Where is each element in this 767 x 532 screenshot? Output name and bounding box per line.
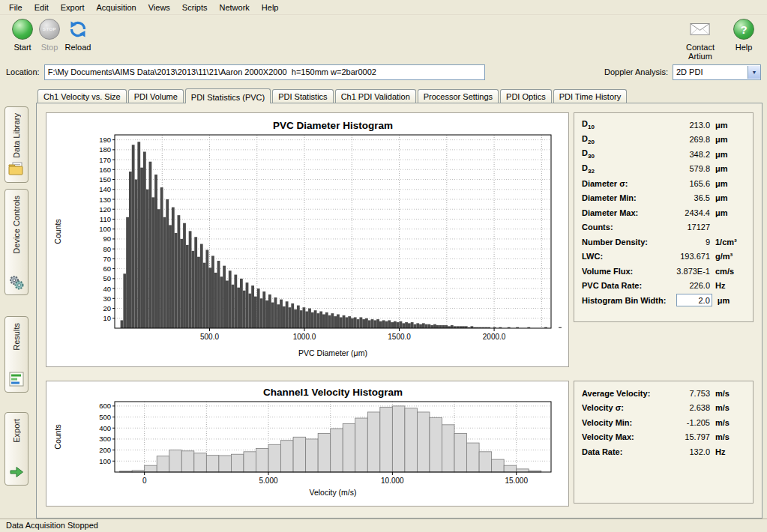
stat-label: D30 — [582, 148, 661, 160]
stat-value: 2434.4 — [661, 208, 710, 217]
main-panel: Ch1 Velocity vs. SizePDI VolumePDI Stati… — [36, 87, 763, 519]
svg-text:80: 80 — [103, 245, 111, 253]
sidebar-item-results[interactable]: Results — [4, 316, 28, 393]
stat-row: Counts:17127 — [574, 220, 753, 235]
help-button-label: Help — [727, 43, 760, 52]
stat-unit: m/s — [710, 403, 745, 412]
svg-text:10: 10 — [103, 314, 111, 322]
svg-text:100: 100 — [99, 457, 111, 465]
svg-text:Velocity (m/s): Velocity (m/s) — [309, 488, 356, 497]
svg-text:5.000: 5.000 — [259, 477, 278, 485]
stat-row: Number Density:91/cm³ — [574, 235, 753, 250]
menu-item-help[interactable]: Help — [256, 1, 285, 13]
stat-unit: μm — [710, 164, 745, 173]
pvc-diameter-histogram-panel: 1020304050607080901001101201301401501601… — [46, 112, 569, 367]
stat-value: 17127 — [661, 223, 710, 232]
stat-unit: m/s — [710, 389, 745, 398]
stat-label: PVC Data Rate: — [582, 281, 661, 290]
svg-text:2000.0: 2000.0 — [483, 333, 506, 341]
menu-item-file[interactable]: File — [3, 1, 28, 13]
svg-text:10.000: 10.000 — [381, 477, 404, 485]
contact-artium-button[interactable]: Contact Artium — [673, 18, 727, 61]
stat-label: Diameter Max: — [582, 208, 661, 217]
svg-text:500: 500 — [99, 413, 111, 421]
svg-text:130: 130 — [99, 196, 111, 204]
menu-item-acquisition[interactable]: Acquisition — [91, 1, 142, 13]
stat-value: 36.5 — [661, 193, 710, 202]
stat-label: Data Rate: — [582, 447, 661, 456]
svg-text:190: 190 — [99, 136, 111, 144]
sidebar-item-data-library[interactable]: Data Library — [4, 106, 28, 183]
menu-item-views[interactable]: Views — [142, 1, 176, 13]
stat-value: 3.873E-1 — [661, 267, 710, 276]
stat-unit: μm — [710, 135, 745, 144]
stat-row: Volume Flux:3.873E-1cm/s — [574, 264, 753, 279]
tab-pdi-volume[interactable]: PDI Volume — [128, 89, 184, 103]
svg-text:170: 170 — [99, 156, 111, 164]
doppler-analysis-select[interactable]: 2D PDI ▼ — [673, 64, 761, 80]
doppler-analysis-label: Doppler Analysis: — [604, 67, 668, 76]
stat-value: -1.205 — [661, 418, 710, 427]
doppler-analysis-value: 2D PDI — [673, 67, 748, 76]
stat-value: 193.671 — [661, 252, 710, 261]
sidebar-item-device-controls[interactable]: Device Controls — [4, 189, 28, 295]
pvc-statistics-panel: D10213.0μmD20269.8μmD30348.2μmD32579.8μm… — [574, 112, 754, 322]
contact-artium-label: Contact Artium — [673, 43, 727, 61]
stat-row: Average Velocity:7.753m/s — [574, 386, 753, 401]
histogram-bin-width-input[interactable] — [676, 294, 712, 306]
stat-label: Diameter σ: — [582, 179, 661, 188]
tab-pdi-statistics[interactable]: PDI Statistics — [272, 89, 333, 103]
stat-row: Diameter Min:36.5μm — [574, 191, 753, 206]
stat-row: Velocity σ:2.638m/s — [574, 401, 753, 416]
reload-button[interactable]: Reload — [57, 18, 99, 52]
svg-text:300: 300 — [99, 435, 111, 443]
svg-text:30: 30 — [103, 294, 111, 303]
menu-item-export[interactable]: Export — [55, 1, 91, 13]
stat-value — [666, 294, 712, 306]
stat-label: Average Velocity: — [582, 389, 661, 398]
tab-pdi-time-history[interactable]: PDI Time History — [553, 89, 628, 103]
stat-value: 213.0 — [661, 121, 710, 130]
stat-unit: μm — [710, 193, 745, 202]
results-chart-icon — [9, 372, 24, 388]
svg-text:40: 40 — [103, 285, 111, 293]
tab-processor-settings[interactable]: Processor Settings — [418, 89, 499, 103]
tab-ch1-pdi-validation[interactable]: Ch1 PDI Validation — [335, 89, 416, 103]
sidebar-item-label: Export — [12, 419, 21, 443]
tab-pdi-statistics-pvc[interactable]: PDI Statistics (PVC) — [185, 88, 271, 103]
menu-item-network[interactable]: Network — [213, 1, 255, 13]
help-button[interactable]: ? Help — [727, 18, 760, 52]
tab-pdi-optics[interactable]: PDI Optics — [500, 89, 552, 103]
stat-value: 132.0 — [661, 447, 710, 456]
stat-value: 165.6 — [661, 179, 710, 188]
stat-row: Velocity Max:15.797m/s — [574, 430, 753, 445]
svg-text:400: 400 — [99, 424, 111, 432]
stat-unit: m/s — [710, 418, 745, 427]
location-input[interactable] — [44, 64, 485, 80]
svg-text:50: 50 — [103, 274, 111, 282]
svg-text:200: 200 — [99, 446, 111, 454]
svg-text:100: 100 — [99, 225, 111, 233]
stat-value: 579.8 — [661, 164, 710, 173]
stat-row: PVC Data Rate:226.0Hz — [574, 279, 753, 294]
sidebar-item-export[interactable]: Export — [4, 412, 28, 486]
stat-unit: Hz — [710, 447, 745, 456]
stat-label: D32 — [582, 163, 661, 175]
velocity-histogram: 10020030040050060005.00010.00015.000Chan… — [49, 384, 562, 499]
stat-row: D32579.8μm — [574, 162, 753, 177]
menu-item-edit[interactable]: Edit — [28, 1, 55, 13]
svg-text:PVC Diameter Histogram: PVC Diameter Histogram — [273, 120, 393, 131]
tab-ch1-velocity-vs-size[interactable]: Ch1 Velocity vs. Size — [37, 89, 127, 103]
toolbar: Start STOP Stop Reload Contact Artium — [0, 15, 767, 61]
stat-row: Histogram Bin Width:μm — [574, 293, 753, 308]
stat-label: D10 — [582, 119, 661, 130]
stat-row: Diameter σ:165.6μm — [574, 176, 753, 191]
library-icon — [8, 162, 25, 178]
svg-text:Channel1 Velocity Histogram: Channel1 Velocity Histogram — [263, 387, 403, 398]
menu-item-scripts[interactable]: Scripts — [176, 1, 214, 13]
stat-row: D20269.8μm — [574, 133, 753, 148]
tab-content: 1020304050607080901001101201301401501601… — [36, 103, 763, 519]
velocity-histogram-panel: 10020030040050060005.00010.00015.000Chan… — [46, 381, 569, 507]
svg-text:150: 150 — [99, 175, 111, 184]
export-icon — [8, 465, 25, 481]
